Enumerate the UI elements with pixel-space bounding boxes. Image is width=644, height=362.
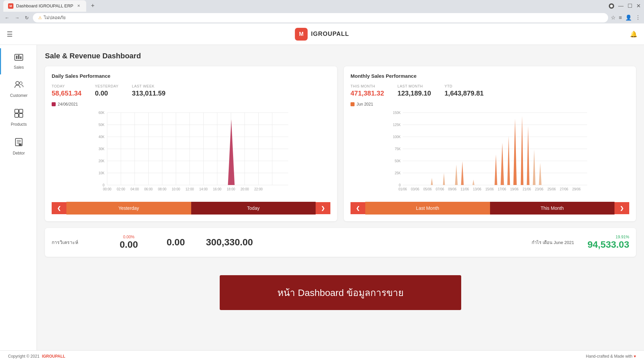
svg-marker-74 bbox=[493, 155, 499, 185]
daily-stats-row: TODAY 58,651.34 YESTERDAY 0.00 LAST WEEK… bbox=[52, 84, 330, 97]
svg-marker-80 bbox=[531, 149, 537, 185]
minimize-button[interactable]: — bbox=[618, 3, 624, 9]
svg-text:15/06: 15/06 bbox=[485, 187, 494, 191]
bottom-stats-card: การวิเคราะห์ 0.00% 0.00 0.00 300,330.00 … bbox=[45, 228, 636, 257]
heart-icon: ♥ bbox=[634, 354, 636, 359]
url-input[interactable]: ⚠ ไม่ปลอดภัย bbox=[33, 13, 608, 22]
stat3-value: 300,330.00 bbox=[206, 237, 253, 248]
lastweek-label: LAST WEEK bbox=[132, 84, 165, 88]
tab-close-button[interactable]: ✕ bbox=[76, 3, 82, 9]
monthly-legend-dot bbox=[351, 102, 355, 106]
app-body: Sales Customer Products Debtor bbox=[0, 45, 644, 350]
svg-text:23/06: 23/06 bbox=[535, 187, 543, 191]
daily-yesterday-button[interactable]: Yesterday bbox=[66, 202, 191, 215]
sidebar-item-customer[interactable]: Customer bbox=[0, 76, 37, 103]
notifications-icon[interactable]: 🔔 bbox=[630, 31, 637, 38]
svg-marker-42 bbox=[225, 119, 238, 185]
svg-rect-6 bbox=[15, 109, 18, 113]
monthly-next-button[interactable]: ❯ bbox=[614, 202, 629, 214]
svg-marker-73 bbox=[471, 180, 476, 185]
new-tab-button[interactable]: + bbox=[88, 1, 98, 11]
svg-text:125K: 125K bbox=[393, 123, 401, 127]
stat4-pct: 19.91% bbox=[615, 235, 629, 239]
svg-text:10:00: 10:00 bbox=[172, 187, 180, 191]
yesterday-stat: YESTERDAY 0.00 bbox=[95, 84, 118, 97]
profile-button[interactable]: 👤 bbox=[625, 14, 632, 21]
sidebar-item-debtor[interactable]: Debtor bbox=[0, 133, 37, 160]
content-area: Sale & Revenue Dashboard Daily Sales Per… bbox=[37, 45, 644, 350]
svg-marker-76 bbox=[505, 136, 512, 185]
back-button[interactable]: ← bbox=[3, 14, 11, 22]
monthly-thismonth-button[interactable]: This Month bbox=[490, 202, 615, 215]
lastmonth-label: LAST MONTH bbox=[397, 84, 431, 88]
svg-marker-75 bbox=[499, 143, 505, 185]
svg-marker-69 bbox=[429, 178, 435, 185]
readinglist-button[interactable]: ≡ bbox=[619, 15, 622, 21]
svg-rect-14 bbox=[19, 143, 21, 145]
daily-chart-svg: 60K 50K 40K 30K 20K 10K 0 bbox=[52, 109, 330, 196]
ytd-value: 1,643,879.81 bbox=[444, 89, 484, 97]
svg-text:03/06: 03/06 bbox=[411, 187, 419, 191]
svg-text:12:00: 12:00 bbox=[185, 187, 194, 191]
stat1-pct: 0.00% bbox=[123, 235, 135, 239]
lastweek-stat: LAST WEEK 313,011.59 bbox=[132, 84, 165, 97]
svg-text:25K: 25K bbox=[395, 171, 401, 175]
lastweek-value: 313,011.59 bbox=[132, 89, 165, 97]
sidebar-customer-label: Customer bbox=[10, 93, 28, 98]
svg-rect-7 bbox=[19, 109, 23, 113]
svg-rect-1 bbox=[16, 56, 17, 59]
svg-rect-2 bbox=[18, 55, 19, 59]
monthly-chart-svg: 150K 125K 100K 75K 50K 25K 0 bbox=[351, 109, 629, 196]
daily-next-button[interactable]: ❯ bbox=[316, 202, 330, 214]
monthly-chart-nav: ❮ Last Month This Month ❯ bbox=[351, 202, 629, 215]
app-footer: Copyright © 2021 IGROUPALL Hand-crafted … bbox=[0, 350, 644, 362]
svg-text:14:00: 14:00 bbox=[199, 187, 208, 191]
svg-point-4 bbox=[16, 81, 19, 85]
daily-chart-nav: ❮ Yesterday Today ❯ bbox=[52, 202, 330, 215]
charts-row: Daily Sales Performance TODAY 58,651.34 … bbox=[45, 66, 636, 221]
monthly-stats-row: THIS MONTH 471,381.32 LAST MONTH 123,189… bbox=[351, 84, 629, 97]
browser-tab[interactable]: M Dashboard IGROUPALL ERP ✕ bbox=[3, 0, 86, 12]
svg-text:50K: 50K bbox=[395, 159, 401, 163]
svg-text:0: 0 bbox=[399, 183, 401, 187]
svg-text:16:00: 16:00 bbox=[213, 187, 221, 191]
daily-today-button[interactable]: Today bbox=[191, 202, 316, 215]
reload-button[interactable]: ↻ bbox=[23, 14, 30, 22]
forward-button[interactable]: → bbox=[13, 14, 21, 22]
monthly-lastmonth-button[interactable]: Last Month bbox=[365, 202, 490, 215]
security-warning-icon: ⚠ bbox=[38, 15, 42, 20]
svg-marker-78 bbox=[519, 116, 525, 185]
sales-icon bbox=[14, 53, 23, 63]
browser-actions: ☆ ≡ 👤 ⋮ bbox=[611, 14, 641, 21]
monthly-sales-card: Monthly Sales Performance THIS MONTH 471… bbox=[344, 66, 636, 221]
svg-marker-71 bbox=[453, 165, 459, 185]
sidebar-item-sales[interactable]: Sales bbox=[0, 48, 37, 74]
thismonth-label: THIS MONTH bbox=[351, 84, 384, 88]
svg-text:22:00: 22:00 bbox=[254, 187, 263, 191]
daily-prev-button[interactable]: ❮ bbox=[52, 202, 66, 214]
sidebar: Sales Customer Products Debtor bbox=[0, 45, 37, 350]
maximize-button[interactable]: ☐ bbox=[628, 3, 632, 9]
close-button[interactable]: ✕ bbox=[636, 3, 641, 9]
sidebar-item-products[interactable]: Products bbox=[0, 104, 37, 131]
svg-marker-70 bbox=[441, 173, 447, 185]
ytd-label: YTD bbox=[444, 84, 484, 88]
svg-text:0: 0 bbox=[103, 183, 105, 187]
svg-text:10K: 10K bbox=[99, 171, 105, 175]
bookmark-button[interactable]: ☆ bbox=[611, 14, 615, 21]
thismonth-value: 471,381.32 bbox=[351, 89, 384, 97]
hamburger-menu-button[interactable]: ☰ bbox=[7, 30, 13, 38]
monthly-chart-title: Monthly Sales Performance bbox=[351, 73, 629, 79]
monthly-prev-button[interactable]: ❮ bbox=[351, 202, 365, 214]
browser-chrome: M Dashboard IGROUPALL ERP ✕ + — ☐ ✕ ← → … bbox=[0, 0, 644, 23]
svg-text:25/06: 25/06 bbox=[547, 187, 556, 191]
stat2-value: 0.00 bbox=[167, 237, 185, 248]
lastmonth-stat: LAST MONTH 123,189.10 bbox=[397, 84, 431, 97]
debtor-icon bbox=[14, 137, 23, 149]
menu-button[interactable]: ⋮ bbox=[635, 14, 641, 21]
header-logo: M IGROUPALL bbox=[295, 28, 349, 41]
customer-icon bbox=[14, 80, 23, 91]
header-right-actions: 🔔 bbox=[630, 31, 637, 38]
analysis-label: การวิเคราะห์ bbox=[52, 239, 99, 246]
svg-marker-77 bbox=[512, 119, 519, 185]
